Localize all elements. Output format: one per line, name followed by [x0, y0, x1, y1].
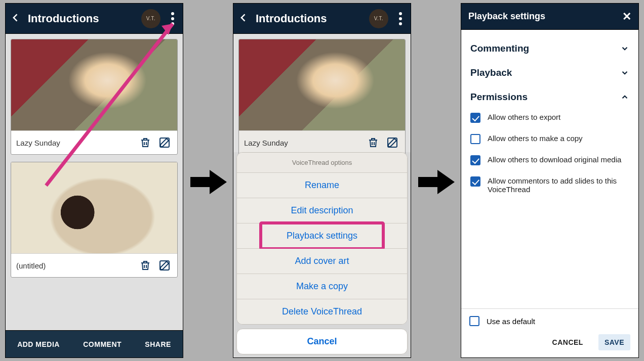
chevron-up-icon: [620, 93, 629, 102]
section-label: Commenting: [470, 43, 529, 54]
perm-label: Allow others to download original media: [488, 155, 621, 164]
svg-marker-0: [190, 170, 227, 194]
add-media-button[interactable]: ADD MEDIA: [17, 340, 60, 348]
media-caption: Lazy Sunday: [16, 139, 134, 147]
settings-footer: Use as default CANCEL SAVE: [461, 308, 638, 357]
trash-icon[interactable]: [366, 135, 381, 150]
perm-row-copy: Allow others to make a copy: [470, 134, 629, 144]
screen-playback-settings: Playback settings ✕ Commenting Playback …: [461, 3, 639, 358]
perm-label: Allow others to make a copy: [488, 134, 583, 143]
content-area: Lazy Sunday (untitled): [6, 34, 183, 330]
caption-row: Lazy Sunday: [239, 130, 405, 154]
settings-title: Playback settings: [468, 11, 545, 22]
action-sheet-container: VoiceThread options Rename Edit descript…: [233, 152, 411, 357]
settings-body: Commenting Playback Permissions Allow ot…: [461, 30, 638, 308]
checkbox-allow-slides[interactable]: [470, 176, 480, 187]
use-default-label: Use as default: [487, 317, 535, 326]
media-thumbnail[interactable]: [11, 162, 177, 253]
section-playback[interactable]: Playback: [470, 61, 629, 84]
option-edit-description[interactable]: Edit description: [237, 198, 407, 223]
checkbox-use-default[interactable]: [469, 316, 479, 326]
section-label: Playback: [470, 67, 512, 78]
edit-icon[interactable]: [157, 258, 172, 273]
use-default-row: Use as default: [469, 316, 630, 326]
caption-row: Lazy Sunday: [11, 130, 177, 154]
settings-header: Playback settings ✕: [461, 4, 638, 30]
svg-marker-1: [418, 170, 455, 194]
action-sheet-cancel[interactable]: Cancel: [236, 329, 408, 354]
close-icon[interactable]: ✕: [622, 10, 631, 23]
avatar[interactable]: V.T.: [369, 9, 388, 28]
page-title: Introductions: [256, 12, 362, 25]
share-button[interactable]: SHARE: [145, 340, 171, 348]
screen-introductions-list: Introductions V.T. Lazy Sunday (untitled…: [5, 3, 183, 358]
media-caption: Lazy Sunday: [244, 139, 361, 147]
perm-row-download: Allow others to download original media: [470, 155, 629, 165]
checkbox-allow-download[interactable]: [470, 155, 480, 165]
option-playback-settings[interactable]: Playback settings: [237, 223, 407, 249]
caption-row: (untitled): [11, 253, 177, 277]
perm-label: Allow commentors to add slides to this V…: [488, 176, 629, 194]
perm-row-export: Allow others to export: [470, 113, 629, 123]
avatar[interactable]: V.T.: [141, 9, 160, 28]
comment-button[interactable]: COMMENT: [83, 340, 122, 348]
chevron-down-icon: [620, 44, 629, 53]
flow-arrow-1: [190, 167, 227, 197]
option-make-a-copy[interactable]: Make a copy: [237, 274, 407, 299]
perm-row-slides: Allow commentors to add slides to this V…: [470, 176, 629, 194]
footer-buttons: CANCEL SAVE: [469, 334, 630, 350]
permissions-list: Allow others to export Allow others to m…: [470, 110, 629, 194]
media-caption: (untitled): [16, 261, 134, 270]
screen-options-sheet: Introductions V.T. Lazy Sunday VoiceThre…: [233, 3, 411, 358]
perm-label: Allow others to export: [488, 113, 560, 121]
flow-arrow-2: [418, 167, 455, 197]
option-delete-voicethread[interactable]: Delete VoiceThread: [237, 299, 407, 324]
action-sheet: VoiceThread options Rename Edit descript…: [236, 152, 408, 325]
more-options-icon[interactable]: [168, 12, 178, 25]
cancel-button[interactable]: CANCEL: [546, 334, 589, 350]
checkbox-allow-copy[interactable]: [470, 134, 480, 144]
action-sheet-title: VoiceThread options: [237, 153, 407, 173]
section-permissions[interactable]: Permissions: [470, 85, 629, 109]
page-title: Introductions: [28, 12, 134, 25]
trash-icon[interactable]: [138, 258, 153, 273]
back-icon[interactable]: [11, 13, 21, 25]
media-card: Lazy Sunday: [238, 39, 406, 155]
trash-icon[interactable]: [138, 135, 153, 150]
bottom-bar: ADD MEDIA COMMENT SHARE: [6, 330, 183, 357]
edit-icon[interactable]: [385, 135, 400, 150]
option-rename[interactable]: Rename: [237, 173, 407, 198]
back-icon[interactable]: [238, 13, 249, 25]
app-bar: Introductions V.T.: [6, 4, 183, 34]
media-card: (untitled): [11, 162, 178, 278]
media-card: Lazy Sunday: [11, 39, 178, 155]
app-bar: Introductions V.T.: [233, 4, 411, 34]
section-commenting[interactable]: Commenting: [470, 37, 629, 60]
media-thumbnail[interactable]: [11, 39, 177, 130]
more-options-icon[interactable]: [395, 12, 406, 25]
chevron-down-icon: [620, 68, 629, 77]
media-thumbnail[interactable]: [239, 39, 405, 130]
edit-icon[interactable]: [157, 135, 172, 150]
option-add-cover-art[interactable]: Add cover art: [237, 249, 407, 274]
save-button[interactable]: SAVE: [598, 334, 630, 350]
section-label: Permissions: [470, 92, 528, 103]
checkbox-allow-export[interactable]: [470, 113, 480, 123]
